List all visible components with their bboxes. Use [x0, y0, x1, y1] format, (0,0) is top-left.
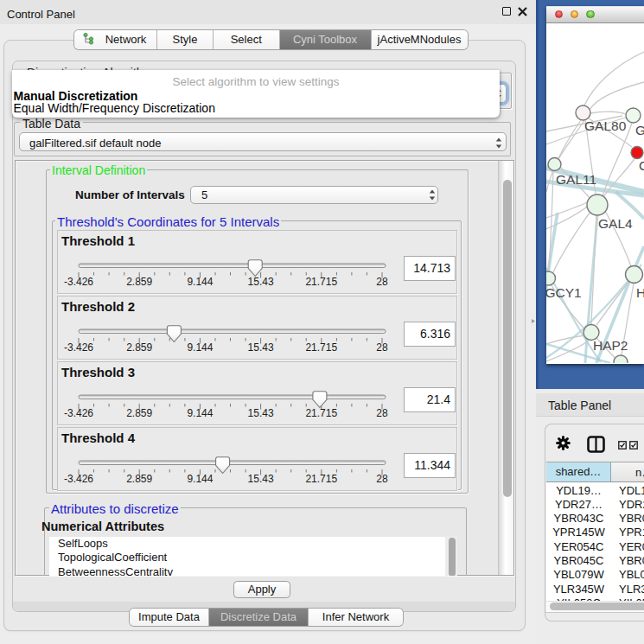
svg-text:-3.426: -3.426	[64, 473, 93, 485]
svg-text:9.144: 9.144	[187, 341, 213, 354]
svg-text:GAL80: GAL80	[584, 118, 627, 133]
svg-text:9.144: 9.144	[187, 473, 213, 485]
svg-text:CYC8: CYC8	[639, 158, 644, 173]
svg-text:2.859: 2.859	[126, 473, 152, 485]
svg-text:9.144: 9.144	[187, 276, 213, 288]
svg-text:15.43: 15.43	[248, 473, 274, 485]
svg-text:2.859: 2.859	[126, 276, 152, 288]
svg-text:28: 28	[376, 473, 388, 485]
svg-text:28: 28	[376, 276, 388, 288]
svg-text:28: 28	[376, 341, 388, 354]
svg-text:15.43: 15.43	[248, 276, 274, 288]
svg-text:GAL3: GAL3	[635, 123, 644, 137]
svg-text:15.43: 15.43	[248, 341, 274, 354]
svg-text:2.859: 2.859	[126, 407, 152, 419]
svg-text:9.144: 9.144	[187, 407, 213, 419]
svg-text:-3.426: -3.426	[64, 407, 93, 419]
svg-text:2.859: 2.859	[126, 341, 152, 354]
svg-text:HAP2: HAP2	[593, 338, 628, 353]
svg-text:15.43: 15.43	[248, 407, 274, 419]
svg-text:-3.426: -3.426	[64, 276, 93, 288]
svg-text:HIS7: HIS7	[636, 285, 644, 300]
svg-text:21.715: 21.715	[305, 276, 337, 288]
svg-text:GCY1: GCY1	[546, 285, 582, 300]
svg-text:GAL11: GAL11	[556, 172, 596, 187]
svg-text:GAL4: GAL4	[598, 216, 633, 231]
svg-text:-3.426: -3.426	[64, 341, 93, 354]
svg-text:21.715: 21.715	[305, 341, 337, 354]
svg-text:21.715: 21.715	[305, 407, 337, 419]
svg-text:28: 28	[376, 407, 388, 419]
svg-text:21.715: 21.715	[305, 473, 337, 485]
